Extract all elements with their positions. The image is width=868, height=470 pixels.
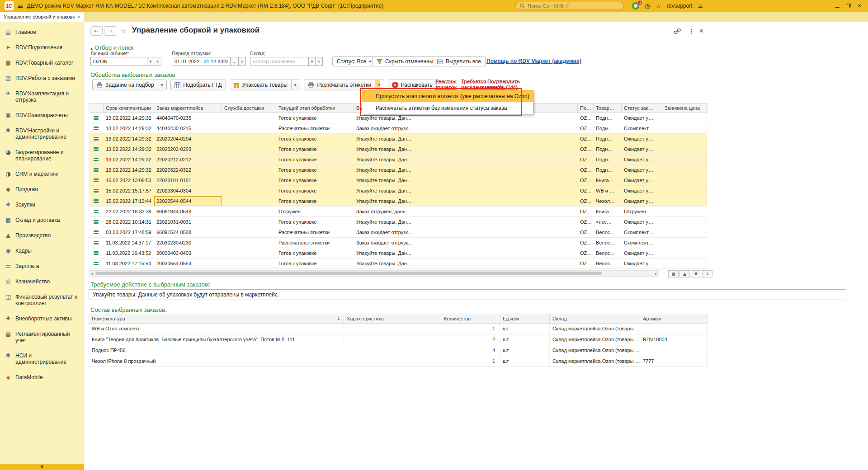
order-cell[interactable]: 13.02.2022 14:29:32 [104, 134, 154, 144]
order-cell[interactable]: Ожидает у… [622, 113, 662, 123]
item-cell[interactable]: 4 [441, 345, 500, 356]
item-cell[interactable] [344, 345, 441, 356]
pack-goods-dropdown-arrow[interactable]: ▾ [291, 80, 297, 90]
order-cell[interactable]: Готов к упаковке [276, 248, 354, 258]
order-row[interactable]: 22.02.2022 18:32:3866061944-0648Отгружен… [89, 207, 707, 217]
scroll-end-icon[interactable]: ⇓ [702, 270, 712, 277]
order-cell[interactable]: Ожидает у… [622, 175, 662, 185]
order-cell[interactable]: Ожидает у… [622, 217, 662, 227]
sidebar-scroll-down[interactable]: ▼ [0, 464, 84, 470]
warehouse-dropdown-icon[interactable]: ▾ [309, 57, 316, 66]
order-cell[interactable]: OZ… [578, 113, 594, 123]
order-cell[interactable]: 66061944-0648 [154, 207, 222, 216]
order-cell[interactable]: Готов к упаковке [276, 196, 354, 206]
get-link-icon[interactable] [674, 28, 681, 36]
order-cell[interactable]: Готов к упаковке [276, 134, 354, 144]
order-cell[interactable]: OZ… [578, 258, 594, 268]
item-cell[interactable]: Книга "Теория для практиков. Базовые при… [89, 334, 344, 345]
period-choose-icon[interactable]: … [231, 57, 239, 66]
restore-button[interactable] [846, 4, 851, 8]
order-cell[interactable]: OZ… [578, 217, 594, 227]
item-cell[interactable]: шт [500, 356, 550, 367]
order-cell[interactable] [662, 196, 708, 206]
back-button[interactable]: ← [90, 26, 103, 36]
warehouse-input[interactable] [253, 59, 306, 64]
global-search-input[interactable]: Поиск Ctrl+Shift+F [515, 2, 624, 10]
item-row[interactable]: Поднос ПР4564штСклад маркетплейса Ozon (… [89, 345, 707, 356]
item-cell[interactable]: 1 [441, 356, 500, 367]
order-cell[interactable]: Упакуйте товары. Дан… [354, 186, 578, 196]
order-cell[interactable]: 22020322-0322 [154, 165, 222, 175]
order-cell[interactable] [662, 165, 708, 175]
order-cell[interactable]: Отгружен [622, 207, 662, 216]
order-cell[interactable]: 22020212-0212 [154, 155, 222, 164]
order-cell[interactable]: 22020101-0101 [154, 175, 222, 185]
order-cell[interactable]: Готов к упаковке [276, 144, 354, 154]
order-cell[interactable]: Подн… [594, 165, 622, 175]
form-close-icon[interactable]: ✕ [699, 28, 704, 34]
item-cell[interactable]: 2 [441, 334, 500, 345]
window-close-button[interactable]: ✕ [857, 3, 862, 9]
order-cell[interactable] [662, 227, 708, 237]
order-cell[interactable]: OZ… [578, 186, 594, 196]
tab-assembly-packing[interactable]: Управление сборкой и упаковкой × [0, 12, 84, 22]
order-row[interactable]: 11.03.2022 14:37:1722030230-0230Распечат… [89, 238, 707, 248]
items-column-header[interactable]: Склад [550, 314, 640, 323]
order-cell[interactable]: Распечатаны этикетки [276, 123, 354, 133]
order-row[interactable]: 13.02.2022 14:29:3244040430-0215Распечат… [89, 123, 707, 134]
sidebar-item-warehouse[interactable]: ▩ Склад и доставка [0, 212, 84, 228]
order-cell[interactable]: Подн… [594, 134, 622, 144]
item-cell[interactable] [640, 324, 708, 334]
order-cell[interactable]: Распечатаны этикетки [276, 238, 354, 248]
item-cell[interactable] [344, 356, 441, 367]
cabinet-dropdown-icon[interactable]: ▾ [147, 57, 154, 66]
order-cell[interactable]: Ожидает у… [622, 155, 662, 164]
order-cell[interactable]: Упакуйте товары. Дан… [354, 175, 578, 185]
order-cell[interactable]: 13.02.2022 14:29:32 [104, 165, 154, 175]
order-cell[interactable]: OZ… [578, 238, 594, 248]
order-cell[interactable]: Ожидает у… [622, 165, 662, 175]
favorites-star-icon[interactable]: ☆ [656, 2, 661, 9]
sidebar-item-finres[interactable]: ◫ Финансовый результат и контроллинг [0, 289, 84, 311]
menu-item-print-no-status[interactable]: Распечатать этикетки без изменения стату… [362, 102, 533, 114]
order-cell[interactable]: Готов к упаковке [276, 186, 354, 196]
order-row[interactable]: 15.02.2022 13:06:5322020101-0101Готов к … [89, 175, 707, 186]
order-cell[interactable] [222, 227, 276, 237]
order-cell[interactable]: 28.02.2022 10:14:31 [104, 217, 154, 227]
order-cell[interactable]: Упакуйте товары. Дан… [354, 196, 578, 206]
forward-button[interactable]: → [104, 26, 116, 36]
order-cell[interactable]: Упакуйте товары. Дан… [354, 217, 578, 227]
item-cell[interactable]: Чехол iPhone 8 прозрачный [89, 356, 344, 367]
period-input[interactable] [175, 59, 228, 64]
cabinet-input[interactable] [93, 59, 145, 64]
sidebar-item-budgeting[interactable]: ◕ Бюджетирование и планирование [0, 145, 84, 166]
order-cell[interactable]: 11.03.2022 17:15:54 [104, 258, 154, 268]
order-row[interactable]: 11.03.2022 17:15:5420030554-0554Готов к … [89, 258, 707, 269]
order-cell[interactable]: Книга… [594, 207, 622, 216]
order-cell[interactable]: 15.02.2022 15:17:57 [104, 186, 154, 196]
item-cell[interactable]: шт [500, 324, 550, 334]
order-row[interactable]: 13.02.2022 14:29:3222020322-0322Готов к … [89, 165, 707, 175]
order-cell[interactable]: 11.03.2022 16:43:52 [104, 248, 154, 258]
sidebar-item-rdv-connections[interactable]: ➤ RDV:Подключения [0, 40, 84, 55]
order-cell[interactable]: 22020204-0204 [154, 134, 222, 144]
order-cell[interactable]: 13.02.2022 14:29:32 [104, 123, 154, 133]
order-cell[interactable] [662, 238, 708, 248]
sidebar-item-crm[interactable]: ◑ CRM и маркетинг [0, 166, 84, 182]
order-cell[interactable]: Отгружен [276, 207, 354, 216]
orders-column-header[interactable]: Статус зак… [622, 103, 662, 113]
scroll-top-icon[interactable]: ▲ [679, 270, 690, 277]
sidebar-item-assets[interactable]: ✚ Внеоборотные активы [0, 311, 84, 326]
scroll-right-icon[interactable]: ▸ [653, 272, 659, 276]
more-menu-icon[interactable]: ⋮ [688, 28, 694, 35]
order-cell[interactable]: 20030554-0554 [154, 258, 222, 268]
sidebar-item-nsi[interactable]: ✱ НСИ и администрирование [0, 348, 84, 370]
order-cell[interactable]: Заказ ожидает отгрузк… [354, 238, 578, 248]
order-cell[interactable]: 13.02.2022 14:29:32 [104, 155, 154, 164]
filter-section-title[interactable]: ▴Отбор и поиск [90, 44, 133, 51]
order-cell[interactable]: OZ… [578, 144, 594, 154]
item-row[interactable]: WB и Ozon комплект1штСклад маркетплейса … [89, 324, 707, 334]
order-cell[interactable] [662, 123, 708, 133]
order-cell[interactable] [222, 165, 276, 175]
order-cell[interactable]: Велос… [594, 258, 622, 268]
